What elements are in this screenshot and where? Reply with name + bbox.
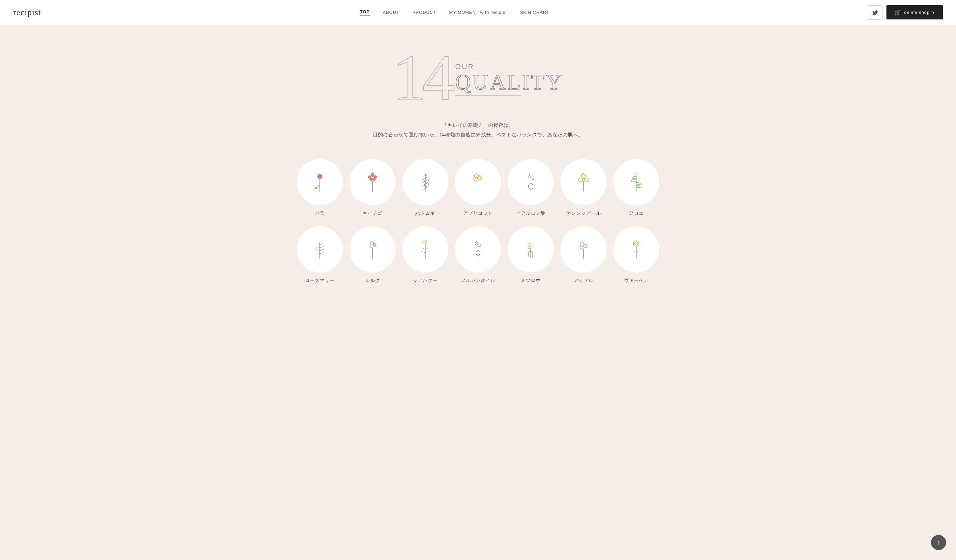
svg-point-61 <box>475 246 477 248</box>
ingredient-label-apricot: アプリコット <box>463 210 493 216</box>
svg-point-22 <box>477 176 481 180</box>
ingredient-apple: アップル <box>560 226 607 284</box>
droplets-icon <box>519 171 542 194</box>
ingredient-circle-kaiichigo <box>349 159 396 205</box>
ingredient-circle-apricot <box>455 159 501 205</box>
svg-point-15 <box>421 179 425 182</box>
ingredient-silk: シルク <box>349 226 396 284</box>
hero-title-block: 14 OUR QUALITY <box>6 45 950 111</box>
twitter-icon <box>872 9 879 16</box>
twitter-button[interactable] <box>868 5 882 20</box>
nav-mymoment[interactable]: MY MOMENT with recipist <box>449 10 507 15</box>
hero-quality-label: QUALITY <box>455 71 563 93</box>
svg-line-80 <box>638 242 638 242</box>
svg-point-3 <box>314 187 318 190</box>
ingredient-label-argan: アルガンオイル <box>461 278 495 284</box>
ingredient-circle-argan <box>455 226 501 273</box>
scroll-to-top-button[interactable]: ↑ <box>931 535 946 550</box>
berry-icon <box>361 171 384 194</box>
svg-line-38 <box>317 244 320 245</box>
ingredient-hatomugi: ハトムギ <box>402 159 448 216</box>
svg-line-55 <box>425 251 428 253</box>
svg-line-45 <box>320 253 323 254</box>
site-header: recipist TOP ABOUT PRODUCT MY MOMENT wit… <box>0 0 956 25</box>
nav-about[interactable]: ABOUT <box>383 10 399 15</box>
svg-point-49 <box>370 245 372 248</box>
ingredient-kaiichigo: キイチゴ <box>349 159 396 216</box>
svg-point-27 <box>528 176 530 178</box>
svg-point-66 <box>531 245 533 247</box>
svg-line-43 <box>320 249 323 251</box>
svg-point-48 <box>374 243 376 247</box>
ingredient-circle-hatomugi <box>402 159 448 205</box>
rosemary-icon <box>308 238 331 261</box>
ingredient-shea: シアバター <box>402 226 448 284</box>
main-nav: TOP ABOUT PRODUCT MY MOMENT with recipis… <box>360 9 549 16</box>
svg-line-41 <box>320 246 323 248</box>
hero-bottom-line <box>455 96 521 96</box>
hero-description: 「キレイの基礎力」の秘密は、 目的に合わせて選び抜いた、14種類の自然由来成分。… <box>6 121 950 140</box>
svg-line-82 <box>633 251 636 252</box>
ingredient-argan: アルガンオイル <box>455 226 501 284</box>
silk-icon <box>361 238 384 261</box>
ingredient-label-orange: オレンジピール <box>566 210 601 216</box>
svg-point-16 <box>426 179 429 182</box>
ingredient-label-bara: バラ <box>315 210 325 216</box>
grain-icon <box>414 171 437 194</box>
ingredient-orange: オレンジピール <box>560 159 607 216</box>
ingredient-label-hatomugi: ハトムギ <box>415 210 435 216</box>
ingredient-apricot: アプリコット <box>455 159 501 216</box>
svg-line-54 <box>422 251 425 253</box>
ingredient-aloe: アロエ <box>613 159 659 216</box>
ingredient-label-shea: シアバター <box>413 278 438 284</box>
svg-line-52 <box>422 248 425 249</box>
ingredient-bara: バラ <box>297 159 343 216</box>
svg-point-72 <box>580 246 583 249</box>
svg-line-11 <box>371 172 372 173</box>
ingredient-verbena: ヴァーベナ <box>613 226 659 284</box>
chevron-down-icon: ▾ <box>932 10 935 15</box>
main-content: 14 OUR QUALITY 「キレイの基礎力」の秘密は、 目的に合わせて選び抜… <box>0 25 956 310</box>
svg-point-32 <box>585 178 588 182</box>
svg-point-28 <box>532 178 534 180</box>
ingredient-label-mitsurou: ミツロウ <box>521 278 541 284</box>
apple-icon <box>572 238 595 261</box>
arrow-up-icon: ↑ <box>937 539 940 546</box>
nav-top[interactable]: TOP <box>360 9 370 16</box>
logo[interactable]: recipist <box>13 8 41 17</box>
svg-line-12 <box>374 172 375 173</box>
orange-icon <box>572 171 595 194</box>
rose-icon <box>308 171 331 194</box>
svg-line-40 <box>316 246 320 248</box>
svg-line-81 <box>634 242 635 242</box>
svg-line-83 <box>636 251 639 252</box>
svg-line-42 <box>316 249 320 251</box>
argan-icon <box>467 238 489 261</box>
ingredient-rosemary: ローズマリー <box>297 226 343 284</box>
ingredient-mitsurou: ミツロウ <box>508 226 554 284</box>
ingredient-circle-aloe <box>613 159 659 205</box>
cart-icon: 🛒 <box>895 9 901 16</box>
nav-skinchart[interactable]: SKIN CHART <box>520 10 550 15</box>
svg-point-71 <box>584 244 587 248</box>
ingredients-grid-row1: バラ キイチゴ <box>297 159 659 216</box>
hero-section: 14 OUR QUALITY 「キレイの基礎力」の秘密は、 目的に合わせて選び抜… <box>6 45 950 140</box>
header-right: 🛒 online shop ▾ <box>868 5 943 20</box>
ingredient-circle-silk <box>349 226 396 273</box>
svg-line-39 <box>320 244 323 245</box>
ingredient-circle-verbena <box>613 226 659 273</box>
ingredient-circle-apple <box>560 226 607 273</box>
apricot-icon <box>467 171 489 194</box>
svg-point-9 <box>373 178 376 181</box>
verbena-icon <box>625 238 648 261</box>
online-shop-button[interactable]: 🛒 online shop ▾ <box>887 5 943 19</box>
ingredient-circle-hyaluron <box>508 159 554 205</box>
svg-point-21 <box>475 174 479 178</box>
shea-icon <box>414 238 437 261</box>
ingredient-circle-shea <box>402 226 448 273</box>
svg-point-56 <box>424 241 427 245</box>
svg-point-5 <box>371 173 374 177</box>
nav-product[interactable]: PRODUCT <box>412 10 436 15</box>
ingredient-hyaluron: ヒアルロン酸 <box>508 159 554 216</box>
svg-point-23 <box>474 177 477 181</box>
